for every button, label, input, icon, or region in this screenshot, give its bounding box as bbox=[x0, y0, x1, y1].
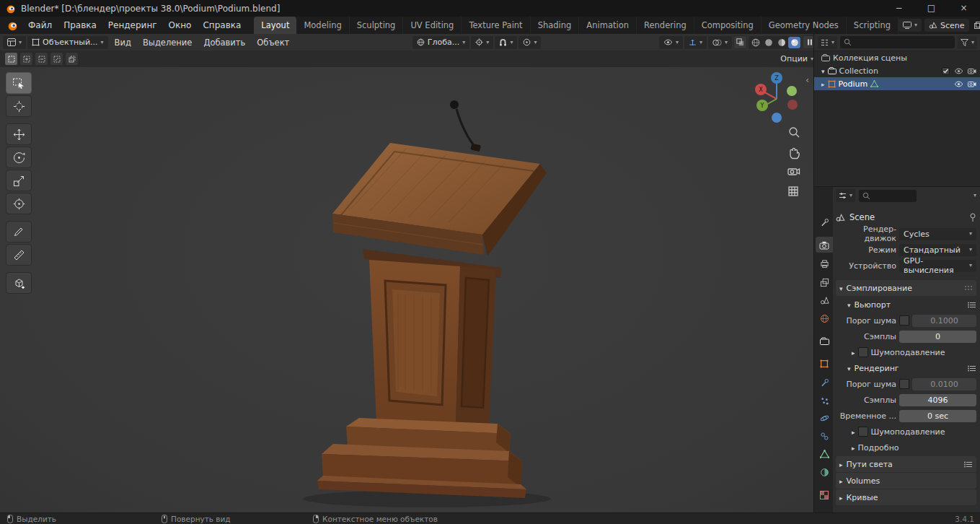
tab-compositing[interactable]: Compositing bbox=[694, 17, 762, 34]
presets-menu-icon[interactable] bbox=[968, 302, 976, 308]
tab-rendering[interactable]: Rendering bbox=[637, 17, 694, 34]
gizmos-dropdown[interactable] bbox=[684, 36, 707, 49]
exclude-checkbox-icon[interactable] bbox=[942, 67, 950, 75]
pan-hand-icon[interactable] bbox=[790, 148, 799, 158]
tab-object-data[interactable] bbox=[816, 446, 833, 462]
properties-options-chevron-icon[interactable] bbox=[974, 193, 976, 198]
outliner-search-input[interactable] bbox=[840, 36, 955, 48]
visibility-dropdown[interactable] bbox=[659, 36, 683, 49]
render-samples-field[interactable]: 4096 bbox=[899, 394, 976, 406]
minimize-button[interactable]: − bbox=[883, 0, 915, 17]
sidebar-collapse-arrow[interactable]: ‹ bbox=[805, 74, 809, 85]
properties-search-input[interactable] bbox=[859, 190, 916, 202]
panel-expand-icon[interactable] bbox=[852, 443, 855, 453]
tab-uv-editing[interactable]: UV Editing bbox=[403, 17, 462, 34]
menu-help[interactable]: Справка bbox=[197, 17, 247, 34]
tool-transform[interactable] bbox=[6, 193, 32, 214]
tab-animation[interactable]: Animation bbox=[579, 17, 637, 34]
render-engine-select[interactable]: Cycles bbox=[899, 228, 976, 240]
time-limit-field[interactable]: 0 sec bbox=[899, 410, 976, 422]
menu-add[interactable]: Добавить bbox=[198, 38, 250, 48]
tool-cursor[interactable] bbox=[6, 95, 32, 117]
shading-solid-button[interactable] bbox=[762, 37, 774, 48]
outliner-filter-dropdown[interactable] bbox=[958, 36, 977, 49]
hide-eye-icon[interactable] bbox=[954, 81, 963, 87]
snap-toggle[interactable] bbox=[495, 36, 517, 49]
panel-expand-icon[interactable] bbox=[839, 493, 843, 502]
ortho-grid-icon[interactable] bbox=[789, 187, 798, 196]
tab-world[interactable] bbox=[816, 310, 833, 326]
tool-select-box[interactable] bbox=[6, 72, 32, 94]
menu-render[interactable]: Рендеринг bbox=[102, 17, 163, 34]
menu-window[interactable]: Окно bbox=[163, 17, 198, 34]
podium-3d-object[interactable] bbox=[303, 100, 551, 507]
panel-expand-icon[interactable] bbox=[839, 460, 843, 469]
viewport-samples-field[interactable]: 0 bbox=[899, 331, 976, 343]
menu-file[interactable]: Файл bbox=[22, 17, 58, 34]
tool-add-cube[interactable] bbox=[6, 272, 32, 294]
tab-particles[interactable] bbox=[816, 393, 833, 409]
shading-rendered-button[interactable] bbox=[788, 37, 800, 48]
sampling-panel-header[interactable]: Сэмплирование bbox=[836, 280, 976, 296]
tab-object[interactable] bbox=[816, 356, 833, 372]
tab-view-layer[interactable] bbox=[816, 274, 833, 290]
denoise-checkbox[interactable] bbox=[858, 347, 868, 357]
render-denoise-header[interactable]: Шумоподавление bbox=[836, 424, 976, 440]
tool-options-dropdown[interactable]: Опции bbox=[776, 53, 818, 66]
volumes-panel-header[interactable]: Volumes bbox=[836, 473, 976, 489]
advanced-header[interactable]: Подробно bbox=[836, 440, 976, 455]
noise-threshold-checkbox[interactable] bbox=[899, 379, 909, 389]
select-mode-invert-button[interactable] bbox=[50, 52, 63, 66]
render-sampling-header[interactable]: Рендеринг bbox=[836, 360, 976, 376]
panel-expand-icon[interactable] bbox=[847, 364, 851, 373]
tool-measure[interactable] bbox=[6, 244, 32, 266]
pivot-point-selector[interactable] bbox=[471, 36, 493, 49]
denoise-checkbox[interactable] bbox=[858, 427, 868, 437]
properties-editor-type-selector[interactable] bbox=[836, 189, 855, 202]
axis-x-neg-ball[interactable] bbox=[787, 100, 798, 110]
camera-view-icon[interactable] bbox=[788, 169, 800, 175]
feature-set-select[interactable]: Стандартный bbox=[899, 244, 976, 256]
tab-texture[interactable] bbox=[816, 487, 833, 503]
new-scene-button[interactable] bbox=[972, 19, 980, 31]
disclosure-triangle-icon[interactable] bbox=[821, 66, 825, 76]
tab-sculpting[interactable]: Sculpting bbox=[350, 17, 404, 34]
outliner-editor-type-selector[interactable] bbox=[818, 36, 837, 49]
menu-edit[interactable]: Правка bbox=[58, 17, 102, 34]
disable-render-camera-icon[interactable] bbox=[968, 68, 976, 74]
tab-scene[interactable] bbox=[816, 292, 833, 307]
tool-annotate[interactable] bbox=[6, 221, 32, 243]
panel-expand-icon[interactable] bbox=[839, 476, 843, 486]
transform-orientation-selector[interactable]: Глоба... bbox=[412, 36, 470, 49]
tab-physics[interactable] bbox=[816, 410, 833, 426]
disable-render-camera-icon[interactable] bbox=[968, 81, 976, 87]
axis-z-neg-ball[interactable] bbox=[772, 113, 782, 123]
shading-wireframe-button[interactable] bbox=[749, 37, 762, 48]
tab-modeling[interactable]: Modeling bbox=[296, 17, 349, 34]
tab-render[interactable] bbox=[816, 237, 833, 253]
viewport-3d[interactable]: Z X Y ‹ bbox=[0, 67, 813, 512]
panel-expand-icon[interactable] bbox=[847, 300, 851, 310]
tab-collection[interactable] bbox=[816, 333, 833, 349]
outliner-row-podium[interactable]: Podium bbox=[814, 77, 980, 90]
scenes-browse-button[interactable] bbox=[899, 19, 922, 32]
tool-scale[interactable] bbox=[6, 170, 32, 191]
presets-menu-icon[interactable] bbox=[964, 461, 973, 468]
menu-object[interactable]: Объект bbox=[252, 38, 294, 48]
proportional-editing-toggle[interactable] bbox=[518, 36, 541, 49]
navigation-gizmo[interactable]: Z X Y bbox=[755, 72, 798, 123]
select-mode-extend-button[interactable] bbox=[19, 52, 33, 66]
tab-shading[interactable]: Shading bbox=[531, 17, 580, 34]
scene-selector[interactable]: Scene bbox=[924, 19, 969, 32]
overlays-dropdown[interactable] bbox=[708, 36, 732, 49]
tab-output[interactable] bbox=[816, 256, 833, 271]
viewport-noise-threshold-field[interactable]: 0.1000 bbox=[912, 315, 976, 327]
close-button[interactable]: × bbox=[948, 0, 980, 17]
tool-rotate[interactable] bbox=[6, 147, 32, 168]
maximize-button[interactable]: □ bbox=[915, 0, 948, 17]
noise-threshold-checkbox[interactable] bbox=[899, 315, 909, 326]
tab-scripting[interactable]: Scripting bbox=[847, 17, 899, 34]
tool-move[interactable] bbox=[6, 123, 32, 145]
hide-eye-icon[interactable] bbox=[954, 68, 963, 74]
shading-material-button[interactable] bbox=[775, 37, 787, 48]
